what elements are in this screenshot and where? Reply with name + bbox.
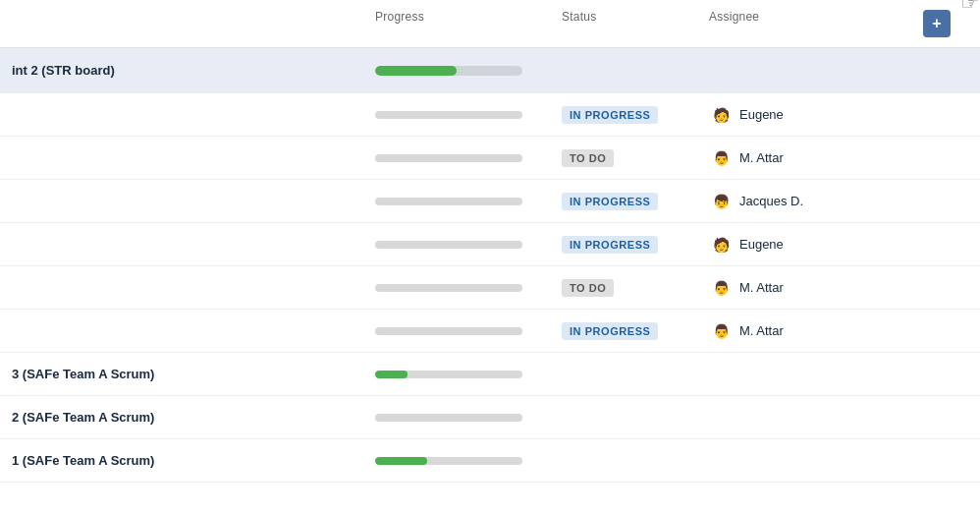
assignee-name-3: Jacques D. bbox=[739, 194, 803, 208]
status-badge-in-progress-2: IN PROGRESS bbox=[562, 193, 658, 210]
sprint-progress-cell-4 bbox=[363, 449, 550, 473]
task-assignee-5: 👨 M. Attar bbox=[697, 268, 894, 308]
task-progress-4 bbox=[363, 233, 550, 257]
task-name-5 bbox=[0, 280, 363, 296]
sprint-name-4: 1 (SAFe Team A Scrum) bbox=[12, 453, 154, 468]
progress-bar-small bbox=[375, 111, 522, 119]
sprint-action-cell-3 bbox=[894, 410, 980, 426]
sprint-status-cell-3 bbox=[550, 410, 697, 426]
sprint-name-2: 3 (SAFe Team A Scrum) bbox=[12, 367, 154, 381]
task-status-2: TO DO bbox=[550, 142, 697, 175]
sprint-action-cell-4 bbox=[894, 453, 980, 469]
table-header: Progress Status Assignee + ☞ bbox=[0, 0, 980, 48]
status-badge-todo-1: TO DO bbox=[562, 149, 614, 167]
assignee-name-5: M. Attar bbox=[739, 280, 784, 295]
add-column-button[interactable]: + bbox=[923, 10, 951, 37]
task-row-6: IN PROGRESS 👨 M. Attar bbox=[0, 310, 980, 353]
task-name-6 bbox=[0, 323, 363, 339]
task-assignee-6: 👨 M. Attar bbox=[697, 312, 894, 351]
cursor-icon: ☞ bbox=[960, 0, 980, 16]
avatar-3: 👦 bbox=[709, 190, 733, 213]
avatar-5: 👨 bbox=[709, 276, 733, 300]
sprint-assignee-cell bbox=[697, 63, 894, 79]
task-status-1: IN PROGRESS bbox=[550, 98, 697, 132]
col-progress: Progress bbox=[363, 0, 550, 47]
task-status-4: IN PROGRESS bbox=[550, 228, 697, 261]
task-assignee-1: 🧑 Eugene bbox=[697, 95, 894, 135]
progress-bar-small-6 bbox=[375, 327, 522, 335]
task-action-2 bbox=[894, 150, 980, 166]
sprint-name-cell-2: 3 (SAFe Team A Scrum) bbox=[0, 359, 363, 389]
sprint-row-2: 3 (SAFe Team A Scrum) bbox=[0, 353, 980, 396]
sprint-action-cell bbox=[894, 63, 980, 79]
task-row-1: IN PROGRESS 🧑 Eugene bbox=[0, 93, 980, 137]
task-action-5 bbox=[894, 280, 980, 296]
task-status-6: IN PROGRESS bbox=[550, 315, 697, 348]
task-name-3 bbox=[0, 194, 363, 209]
col-name bbox=[0, 0, 363, 47]
task-action-1 bbox=[894, 107, 980, 123]
sprint-progress-bar-4 bbox=[375, 457, 522, 465]
task-progress-5 bbox=[363, 276, 550, 300]
task-status-5: TO DO bbox=[550, 271, 697, 305]
status-badge-in-progress-4: IN PROGRESS bbox=[562, 322, 658, 340]
task-progress-6 bbox=[363, 319, 550, 343]
progress-bar-small-3 bbox=[375, 198, 522, 205]
task-row-4: IN PROGRESS 🧑 Eugene bbox=[0, 223, 980, 266]
sprint-progress-fill bbox=[375, 66, 457, 76]
assignee-name-4: Eugene bbox=[739, 237, 784, 252]
task-status-3: IN PROGRESS bbox=[550, 185, 697, 218]
status-badge-todo-2: TO DO bbox=[562, 279, 614, 297]
sprint-name-3: 2 (SAFe Team A Scrum) bbox=[12, 410, 154, 425]
avatar-1: 🧑 bbox=[709, 103, 733, 127]
progress-bar-small-4 bbox=[375, 241, 522, 249]
sprint-name: int 2 (STR board) bbox=[12, 63, 115, 78]
sprint-assignee-cell-4 bbox=[697, 453, 894, 469]
sprint-row-1: int 2 (STR board) bbox=[0, 48, 980, 93]
sprint-assignee-cell-2 bbox=[697, 367, 894, 382]
task-name-4 bbox=[0, 237, 363, 253]
main-table: Progress Status Assignee + ☞ int 2 (STR … bbox=[0, 0, 980, 483]
sprint-progress-cell-3 bbox=[363, 406, 550, 429]
task-name-2 bbox=[0, 150, 363, 166]
sprint-progress-bar-3 bbox=[375, 414, 522, 422]
avatar-2: 👨 bbox=[709, 146, 733, 170]
col-assignee: Assignee bbox=[697, 0, 894, 47]
progress-bar-small-2 bbox=[375, 154, 522, 162]
task-assignee-3: 👦 Jacques D. bbox=[697, 182, 894, 221]
sprint-progress-fill-2 bbox=[375, 371, 408, 378]
sprint-action-cell-2 bbox=[894, 367, 980, 382]
task-progress-3 bbox=[363, 190, 550, 213]
task-row-3: IN PROGRESS 👦 Jacques D. bbox=[0, 180, 980, 223]
sprint-progress-fill-4 bbox=[375, 457, 427, 465]
assignee-name-2: M. Attar bbox=[739, 150, 784, 165]
task-action-6 bbox=[894, 323, 980, 339]
task-name-1 bbox=[0, 107, 363, 123]
sprint-assignee-cell-3 bbox=[697, 410, 894, 426]
task-action-3 bbox=[894, 194, 980, 209]
sprint-name-cell-3: 2 (SAFe Team A Scrum) bbox=[0, 402, 363, 432]
sprint-row-4: 1 (SAFe Team A Scrum) bbox=[0, 439, 980, 483]
sprint-progress-bar bbox=[375, 66, 522, 76]
sprint-status-cell-4 bbox=[550, 453, 697, 469]
col-status: Status bbox=[550, 0, 697, 47]
sprint-status-cell bbox=[550, 63, 697, 79]
task-row-5: TO DO 👨 M. Attar bbox=[0, 266, 980, 310]
task-progress-1 bbox=[363, 103, 550, 127]
progress-bar-small-5 bbox=[375, 284, 522, 292]
sprint-progress-cell-2 bbox=[363, 363, 550, 386]
sprint-name-cell: int 2 (STR board) bbox=[0, 55, 363, 86]
sprint-progress-cell bbox=[363, 58, 550, 84]
task-row-2: TO DO 👨 M. Attar bbox=[0, 137, 980, 180]
task-action-4 bbox=[894, 237, 980, 253]
sprint-status-cell-2 bbox=[550, 367, 697, 382]
sprint-name-cell-4: 1 (SAFe Team A Scrum) bbox=[0, 445, 363, 476]
status-badge-in-progress: IN PROGRESS bbox=[562, 106, 658, 124]
task-assignee-2: 👨 M. Attar bbox=[697, 139, 894, 178]
avatar-6: 👨 bbox=[709, 319, 733, 343]
task-assignee-4: 🧑 Eugene bbox=[697, 225, 894, 264]
assignee-name-1: Eugene bbox=[739, 107, 784, 122]
sprint-progress-bar-2 bbox=[375, 371, 522, 378]
status-badge-in-progress-3: IN PROGRESS bbox=[562, 236, 658, 254]
task-progress-2 bbox=[363, 146, 550, 170]
